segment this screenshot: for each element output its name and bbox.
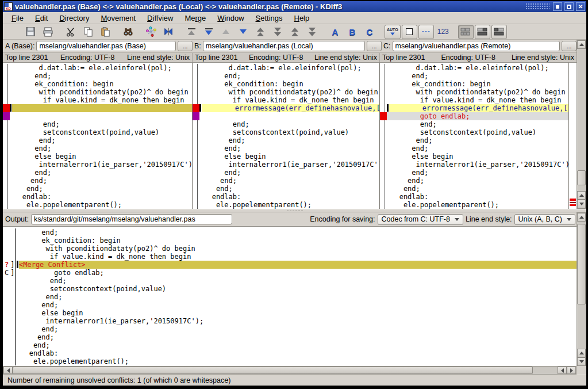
print-button[interactable]	[40, 25, 56, 39]
overview-conflict-mark	[570, 199, 576, 201]
show-whitespace-button[interactable]	[402, 25, 417, 39]
merge-source-margin[interactable]	[3, 333, 17, 341]
split-layout-button-3[interactable]	[491, 25, 507, 39]
menu-file[interactable]: File	[6, 13, 29, 24]
scroll-down-button[interactable]	[577, 357, 586, 366]
file-c-browse-button[interactable]: ...	[562, 41, 577, 51]
find-button[interactable]	[120, 25, 136, 39]
diff-marker-purple	[193, 112, 199, 120]
merge-output-editor[interactable]: end; ek_condition: begin with pcondition…	[3, 226, 577, 366]
close-button[interactable]: ✕	[576, 2, 585, 11]
menu-help[interactable]: Help	[289, 13, 315, 24]
goto-first-delta-button[interactable]	[183, 25, 199, 39]
encoding-for-saving-select[interactable]: Codec from C: UTF-8	[378, 214, 463, 225]
merge-horizontal-scrollbar[interactable]	[3, 366, 577, 375]
line-gutter	[3, 64, 10, 72]
merge-vertical-scrollbar[interactable]	[577, 212, 586, 366]
merge-source-margin[interactable]	[3, 277, 17, 285]
file-b-browse-button[interactable]: ...	[367, 41, 382, 51]
merge-source-margin[interactable]: ?]	[3, 261, 17, 269]
scroll-thumb[interactable]	[577, 224, 586, 304]
unsolved-conflicts-status: Number of remaining unsolved conflicts: …	[7, 376, 230, 384]
pane-b-text[interactable]: d.dat.lab:= ele.eleinforel(pol); end; ek…	[193, 63, 380, 209]
code-line: ek_condition: begin	[380, 80, 568, 88]
split-layout-button-2[interactable]	[475, 25, 490, 39]
diff-vertical-scrollbar[interactable]	[577, 40, 586, 209]
menu-settings[interactable]: Settings	[251, 13, 288, 24]
pane-c-text[interactable]: d.dat.lab:= ele.eleinforel(pol); end; ek…	[380, 63, 568, 209]
select-line-a-button[interactable]: A	[327, 25, 343, 39]
goto-current-delta-button[interactable]	[143, 25, 159, 39]
bowtie-diff-icon-button[interactable]	[160, 25, 176, 39]
select-line-c-button[interactable]: C	[362, 25, 378, 39]
code-line: ?]<Merge Conflict>	[3, 261, 577, 269]
menu-edit[interactable]: Edit	[30, 13, 53, 24]
titlebar[interactable]: KD valuehandler.pas (Base) <-> valuehand…	[3, 1, 586, 12]
goto-prev-unsolved-conflict-button[interactable]	[287, 25, 303, 39]
merge-source-margin[interactable]	[3, 253, 17, 261]
merge-source-margin[interactable]	[3, 237, 17, 245]
menu-directory[interactable]: Directory	[54, 13, 94, 24]
scroll-up-button[interactable]	[577, 213, 586, 222]
goto-prev-conflict-button[interactable]	[252, 25, 268, 39]
merge-source-margin[interactable]	[3, 228, 17, 237]
scroll-left-button-2[interactable]	[558, 367, 567, 374]
merge-source-margin[interactable]	[3, 341, 17, 349]
file-a-browse-button[interactable]: ...	[178, 41, 193, 51]
scroll-thumb[interactable]	[577, 170, 586, 185]
goto-next-delta-button[interactable]	[235, 25, 251, 39]
code-line: end;	[3, 144, 192, 152]
merge-source-margin[interactable]	[3, 357, 17, 365]
code-line: ele.popelementparent();	[380, 201, 568, 209]
merge-source-margin[interactable]	[3, 349, 17, 357]
merge-source-margin[interactable]: C]	[3, 269, 17, 277]
goto-prev-delta-button[interactable]	[218, 25, 234, 39]
scroll-right-button[interactable]	[567, 367, 576, 374]
scroll-up-button-2[interactable]	[577, 349, 586, 357]
file-a-input[interactable]	[36, 41, 176, 51]
merge-source-margin[interactable]	[3, 301, 17, 309]
menu-diffview[interactable]: Diffview	[142, 13, 178, 24]
cut-button[interactable]	[63, 25, 79, 39]
scroll-down-button[interactable]	[577, 200, 586, 208]
merge-source-margin[interactable]	[3, 317, 17, 325]
merge-source-margin[interactable]	[3, 293, 17, 301]
line-gutter	[193, 201, 199, 209]
file-c-input[interactable]	[393, 41, 560, 51]
code-line: setconstcontext(poind,value)	[3, 285, 577, 293]
scroll-left-button[interactable]	[3, 367, 13, 374]
file-b-input[interactable]	[203, 41, 365, 51]
select-line-b-button[interactable]: B	[344, 25, 360, 39]
goto-next-conflict-button[interactable]	[270, 25, 286, 39]
split-layout-button-1[interactable]	[458, 25, 474, 39]
pane-a-text[interactable]: d.dat.lab:= ele.eleinforel(pol); end; ek…	[3, 63, 193, 209]
chevron-down-icon	[567, 218, 571, 221]
open-button[interactable]	[5, 25, 21, 39]
minimize-button[interactable]	[553, 2, 562, 11]
merge-source-margin[interactable]	[3, 245, 17, 253]
show-whitespace-chars-button[interactable]: ---	[418, 25, 434, 39]
auto-advance-button[interactable]: AUTO	[385, 25, 401, 39]
copy-button[interactable]	[80, 25, 96, 39]
line-gutter	[193, 72, 199, 80]
scroll-thumb[interactable]	[13, 367, 533, 374]
scroll-up-button[interactable]	[577, 40, 586, 49]
diff-overview-column[interactable]	[568, 63, 577, 209]
goto-last-delta-button[interactable]	[201, 25, 217, 39]
save-button[interactable]	[22, 25, 39, 39]
line-gutter	[193, 193, 199, 201]
menu-window[interactable]: Window	[212, 13, 249, 24]
goto-next-unsolved-conflict-button[interactable]	[304, 25, 320, 39]
show-line-numbers-button[interactable]: 123	[435, 25, 451, 39]
paste-button[interactable]	[97, 25, 113, 39]
merge-source-margin[interactable]	[3, 309, 17, 317]
menu-movement[interactable]: Movement	[95, 13, 141, 24]
line-end-style-select[interactable]: Unix (A, B, C)	[514, 214, 575, 225]
code-line: end;	[3, 301, 577, 309]
merge-source-margin[interactable]	[3, 285, 17, 293]
menu-merge[interactable]: Merge	[179, 13, 211, 24]
maximize-button[interactable]	[564, 2, 574, 11]
merge-source-margin[interactable]	[3, 325, 17, 333]
scroll-up-button-2[interactable]	[577, 191, 586, 200]
output-file-input[interactable]	[31, 214, 232, 224]
